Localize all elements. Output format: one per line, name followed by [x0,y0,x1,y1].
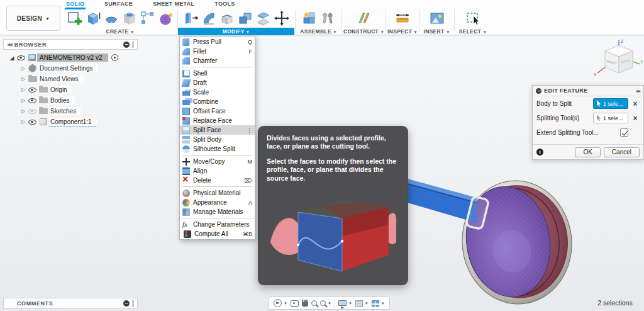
root-document-label[interactable]: ANEMOMETRO v2 v2 [37,54,108,62]
press-pull-icon[interactable] [182,10,199,26]
orbit-icon[interactable] [274,299,282,307]
select-group-label[interactable]: SELECT ▼ [455,28,491,35]
anemometer-cup-model[interactable] [402,170,644,311]
ok-button[interactable]: OK [575,147,600,157]
fillet-icon[interactable] [201,10,217,26]
assemble-group-label[interactable]: ASSEMBLE ▼ [296,28,341,35]
clear-selection-icon[interactable]: × [631,114,640,123]
menu-item-delete[interactable]: Delete⌦ [180,176,255,185]
more-options-icon[interactable]: ⋮ [247,127,252,133]
collapsed-icon[interactable]: ▷ [19,108,27,114]
menu-item-split-body[interactable]: Split Body [180,135,255,144]
look-at-icon[interactable] [291,300,299,307]
panel-grip[interactable] [132,300,134,307]
view-cube[interactable]: RIGHT BACK Z Y X [590,38,644,86]
menu-item-combine[interactable]: Combine [180,97,255,106]
visibility-eye-icon[interactable] [28,88,36,93]
pattern-icon[interactable] [140,10,156,26]
display-settings-icon[interactable] [338,300,347,306]
split-body-icon[interactable] [255,10,272,26]
tab-tools[interactable]: TOOLS [213,0,236,8]
comments-options-icon[interactable] [123,300,130,307]
construct-group-label[interactable]: CONSTRUCT ▼ [342,28,386,35]
menu-item-draft[interactable]: Draft [180,78,255,88]
panel-grip[interactable] [132,41,134,48]
collapsed-icon[interactable]: ▷ [19,119,27,125]
menu-item-manage-materials[interactable]: Manage Materials [180,207,255,217]
revolve-icon[interactable] [103,10,119,26]
extend-splitting-tool-checkbox[interactable] [620,128,628,137]
construct-plane-icon[interactable] [356,10,372,26]
menu-item-split-face[interactable]: Split Face⋮ [180,125,255,135]
chevron-down-icon[interactable]: ▼ [284,302,287,305]
design-workspace-switcher[interactable]: DESIGN ▼ [6,6,60,31]
create-group-label[interactable]: CREATE ▼ [63,28,177,35]
combine-icon[interactable] [237,10,253,26]
tree-row-sketches[interactable]: ▷ Sketches [3,106,138,116]
collapsed-icon[interactable]: ▷ [19,87,27,93]
zoom-icon[interactable] [311,300,317,306]
visibility-eye-icon[interactable] [28,120,36,125]
move-copy-icon[interactable] [274,10,290,26]
visibility-eye-icon[interactable] [17,55,25,60]
menu-item-fillet[interactable]: FilletF [180,47,255,56]
shell-icon[interactable] [219,10,235,26]
collapsed-icon[interactable]: ▷ [19,98,27,103]
hole-icon[interactable] [121,10,138,26]
collapse-panel-icon[interactable]: ◀◀ [7,42,11,47]
tree-row-bodies[interactable]: ▷ Bodies [3,95,138,106]
menu-item-change-parameters[interactable]: Change Parameters [180,220,255,229]
expanded-icon[interactable]: ◢ [8,55,16,61]
inspect-group-label[interactable]: INSPECT ▼ [386,28,419,35]
tree-row-document-settings[interactable]: ▷ Document Settings [3,63,138,74]
activate-component-radio[interactable] [111,54,118,61]
zoom-window-icon[interactable] [320,300,326,306]
edit-feature-header[interactable]: EDIT FEATURE ▸▸ [533,86,643,96]
tree-row-component1[interactable]: ▷ Component1:1 [3,116,138,127]
clear-selection-icon[interactable]: × [631,99,640,108]
chevron-down-icon[interactable]: ▼ [381,302,385,305]
insert-group-label[interactable]: INSERT ▼ [419,28,454,35]
collapsed-icon[interactable]: ▷ [19,76,27,82]
create-sketch-icon[interactable] [67,10,83,26]
menu-item-chamfer[interactable]: Chamfer [180,56,255,65]
viewports-icon[interactable] [372,300,379,307]
chevron-down-icon[interactable]: ▼ [328,302,331,305]
menu-item-move-copy[interactable]: Move/CopyM [180,157,255,166]
menu-item-scale[interactable]: Scale [180,88,255,97]
menu-item-appearance[interactable]: AppearanceA [180,198,255,207]
tree-row-origin[interactable]: ▷ Origin [3,84,138,95]
grid-settings-icon[interactable] [355,300,363,307]
pan-icon[interactable] [302,302,308,307]
tab-surface[interactable]: SURFACE [103,0,134,8]
measure-icon[interactable] [394,10,411,26]
comments-header[interactable]: COMMENTS [3,298,138,308]
new-component-icon[interactable] [301,10,318,26]
expand-dialog-icon[interactable]: ▸▸ [636,88,640,94]
collapsed-icon[interactable]: ▷ [19,65,27,71]
menu-item-offset-face[interactable]: Offset Face [180,106,255,116]
splitting-tools-selection-button[interactable]: 1 sele... [593,113,628,123]
menu-item-press-pull[interactable]: Press PullQ [180,37,255,47]
joint-icon[interactable] [319,10,336,26]
visibility-eye-off-icon[interactable] [28,109,36,114]
create-form-icon[interactable] [158,10,174,26]
browser-options-icon[interactable] [123,42,130,48]
tab-sheet-metal[interactable]: SHEET METAL [152,0,196,8]
menu-item-align[interactable]: Align [180,166,255,176]
extrude-icon[interactable] [85,10,101,26]
select-icon[interactable] [465,10,481,26]
chevron-down-icon[interactable]: ▼ [365,302,369,305]
tree-row-named-views[interactable]: ▷ Named Views [3,74,138,84]
menu-item-compute-all[interactable]: Compute All⌘B [180,229,255,239]
tree-row-root[interactable]: ◢ ANEMOMETRO v2 v2 [3,52,138,63]
info-icon[interactable]: i [536,149,543,156]
menu-item-silhouette-split[interactable]: Silhouette Split [180,144,255,154]
menu-item-replace-face[interactable]: Replace Face [180,116,255,125]
modify-group-label[interactable]: MODIFY ▼ [178,28,294,35]
menu-item-shell[interactable]: Shell [180,69,255,78]
visibility-eye-icon[interactable] [28,98,36,103]
body-to-split-selection-button[interactable]: 1 sele... [593,98,628,109]
browser-header[interactable]: ◀◀ BROWSER [3,39,138,50]
insert-image-icon[interactable] [429,10,445,26]
